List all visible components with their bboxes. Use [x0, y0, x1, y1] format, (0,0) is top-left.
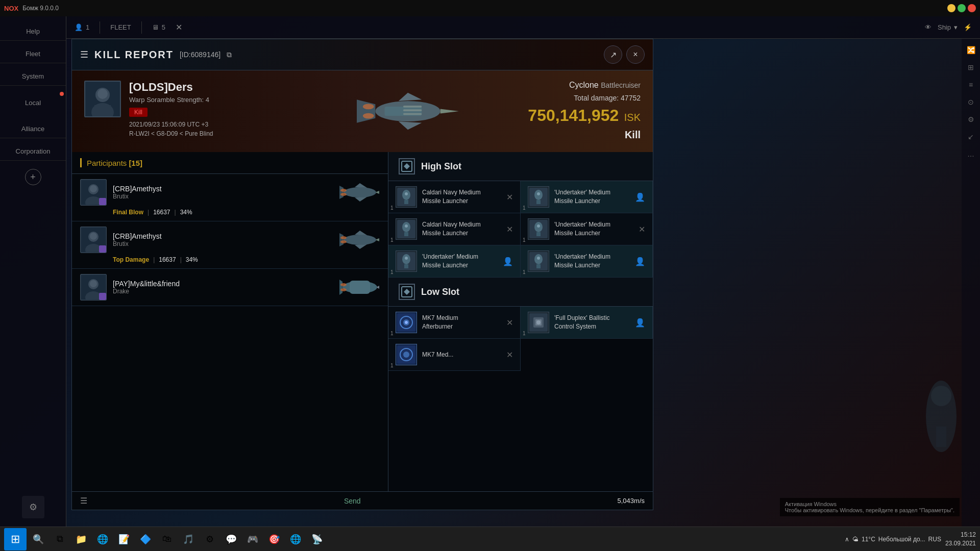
taskbar-game2[interactable]: 🎯	[264, 530, 284, 549]
taskbar-comm[interactable]: 📡	[307, 530, 327, 549]
bottom-hamburger-icon[interactable]: ☰	[80, 496, 87, 506]
svg-marker-22	[339, 186, 344, 199]
low-slot-action-1[interactable]: ✕	[506, 318, 513, 328]
filter-icon: ⚡	[964, 23, 972, 31]
title-bar: NOX Бомж 9.0.0.0	[0, 0, 980, 16]
slot-person-5[interactable]: 👤	[503, 257, 513, 266]
speed-display: 5,043m/s	[618, 497, 645, 505]
right-icon-2[interactable]: ⊞	[964, 60, 978, 74]
hamburger-icon[interactable]: ☰	[80, 49, 88, 60]
nav-user-count[interactable]: 👤 1	[75, 23, 89, 31]
nav-eye[interactable]: 👁	[925, 23, 932, 31]
total-damage: Total damage: 47752	[508, 94, 641, 102]
activation-message: Чтобы активировать Windows, перейдите в …	[785, 507, 954, 513]
sidebar-help[interactable]: Help	[0, 22, 66, 41]
low-slot-person-2[interactable]: 👤	[635, 318, 645, 328]
taskbar-explorer[interactable]: 📁	[71, 530, 91, 549]
close-app-button[interactable]	[968, 4, 976, 12]
high-slot-item-6: 1 'Undertaker' MediumMissile Launcher 👤	[521, 245, 653, 278]
right-icon-3[interactable]: ≡	[964, 78, 978, 92]
stat-separator-3: |	[153, 256, 155, 263]
nav-ship[interactable]: Ship ▾	[938, 23, 958, 31]
kill-value-panel: Cyclone Battlecruiser Total damage: 4775…	[508, 81, 641, 141]
taskbar-search[interactable]: 🔍	[29, 530, 48, 549]
taskbar-settings[interactable]: ⚙	[200, 530, 219, 549]
right-icon-7[interactable]: …	[964, 147, 978, 161]
low-slot-item-3: 1 MK7 Med... ✕	[388, 339, 521, 371]
slots-panel: High Slot 1 Caldari Navy MediumMissile	[388, 152, 653, 491]
activation-title: Активация Windows	[785, 501, 954, 507]
sidebar-system[interactable]: System	[0, 67, 66, 86]
participant-row-2[interactable]: [CRB]Amethyst Brutix	[72, 221, 388, 269]
slot-icon-5	[396, 251, 417, 272]
victim-avatar	[84, 81, 121, 117]
low-slot-action-3[interactable]: ✕	[506, 350, 513, 360]
fleet-label: FLEET	[110, 23, 131, 31]
right-icon-1[interactable]: 🔀	[964, 43, 978, 57]
language-indicator[interactable]: RUS	[928, 536, 941, 543]
sidebar-alliance[interactable]: Alliance	[0, 120, 66, 138]
svg-marker-23	[355, 183, 367, 188]
participant-main-1: [CRB]Amethyst Brutix	[80, 179, 380, 206]
svg-rect-63	[536, 232, 541, 236]
taskbar-chrome[interactable]: 🌐	[93, 530, 112, 549]
right-icon-4[interactable]: ⊙	[964, 95, 978, 109]
system-tray: ∧ 🌤 11°C Небольшой до... RUS	[845, 536, 941, 543]
window-controls[interactable]	[947, 4, 976, 12]
slot-person-6[interactable]: 👤	[635, 257, 645, 266]
slot-action-1[interactable]: ✕	[506, 192, 513, 202]
sidebar-settings-button[interactable]: ⚙	[22, 496, 44, 518]
slot-action-3[interactable]: ✕	[506, 224, 513, 234]
nav-right: 👁 Ship ▾ ⚡	[925, 23, 972, 31]
maximize-button[interactable]	[958, 4, 966, 12]
svg-point-64	[537, 224, 540, 228]
svg-point-56	[537, 192, 540, 195]
send-button[interactable]: Send	[91, 497, 614, 505]
svg-point-3	[97, 89, 108, 99]
sidebar-add-button[interactable]: +	[25, 169, 41, 185]
right-icon-6[interactable]: ↙	[964, 130, 978, 144]
export-button[interactable]: ↗	[604, 45, 622, 64]
svg-marker-33	[339, 233, 344, 246]
taskbar-task-view[interactable]: ⧉	[50, 530, 69, 549]
app-logo: NOX	[4, 5, 18, 12]
slot-action-4[interactable]: ✕	[639, 224, 645, 234]
participants-panel: Participants [15]	[72, 152, 388, 491]
nav-monitor[interactable]: 🖥 5	[152, 23, 165, 31]
right-icon-5[interactable]: ⚙	[964, 112, 978, 127]
fleet-close-button[interactable]: ✕	[176, 22, 182, 32]
corp-badge-3	[99, 293, 106, 300]
participant-row[interactable]: [CRB]Amethyst Brutix	[72, 174, 388, 221]
modal-bottom: ☰ Send 5,043m/s	[72, 491, 653, 510]
taskbar-media[interactable]: 🎵	[179, 530, 198, 549]
minimize-button[interactable]	[947, 4, 955, 12]
participant-percent-2: 34%	[186, 256, 198, 263]
participant-avatar-2	[80, 227, 107, 253]
participant-main-3: [PAY]My&little&friend Drake	[80, 274, 380, 300]
participant-row-3[interactable]: [PAY]My&little&friend Drake	[72, 269, 388, 306]
svg-point-81	[536, 320, 541, 324]
participant-stats-2: Top Damage | 16637 | 34%	[80, 253, 380, 263]
sidebar-corporation[interactable]: Corporation	[0, 142, 66, 161]
modal-close-button[interactable]: ×	[626, 45, 645, 64]
tray-up-arrow[interactable]: ∧	[845, 536, 849, 543]
taskbar-discord[interactable]: 💬	[222, 530, 241, 549]
nav-fleet[interactable]: FLEET	[110, 23, 131, 31]
nav-filter[interactable]: ⚡	[964, 23, 972, 31]
participant-avatar-1	[80, 179, 107, 206]
modal-header-actions: ↗ ×	[604, 45, 645, 64]
taskbar-store[interactable]: 🛍	[157, 530, 177, 549]
participant-stats-1: Final Blow | 16637 | 34%	[80, 206, 380, 216]
copy-id-button[interactable]: ⧉	[227, 51, 232, 59]
sidebar-fleet[interactable]: Fleet	[0, 45, 66, 63]
ship-image	[357, 81, 459, 142]
slot-person-2[interactable]: 👤	[635, 192, 645, 202]
stat-separator: |	[148, 209, 149, 216]
taskbar-notepad[interactable]: 📝	[114, 530, 134, 549]
start-button[interactable]: ⊞	[4, 528, 27, 550]
taskbar-browser2[interactable]: 🌐	[286, 530, 305, 549]
taskbar-edge[interactable]: 🔷	[136, 530, 155, 549]
sidebar-local[interactable]: Local	[0, 94, 66, 112]
local-notification-dot	[60, 92, 64, 96]
taskbar-game1[interactable]: 🎮	[243, 530, 262, 549]
